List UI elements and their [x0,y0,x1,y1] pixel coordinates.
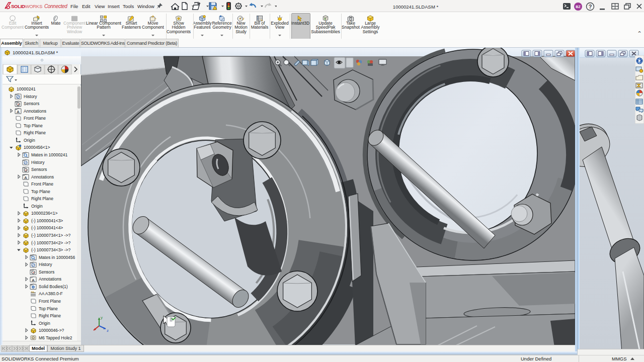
svg-text:A: A [17,110,20,114]
svg-text:z: z [107,328,109,333]
svg-text:A: A [32,278,35,283]
svg-text:?: ? [589,4,592,10]
svg-text:A: A [24,175,27,180]
svg-text:BZ: BZ [576,5,581,9]
svg-text:y: y [101,315,103,320]
